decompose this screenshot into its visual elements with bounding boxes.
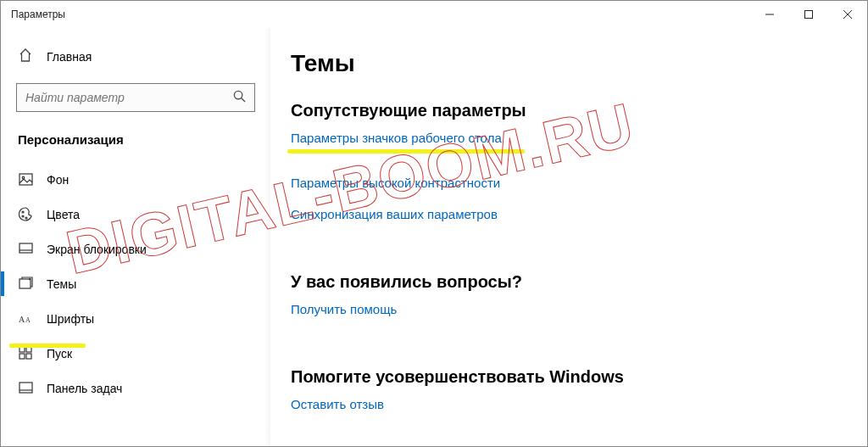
picture-icon bbox=[18, 172, 33, 187]
sidebar-item-fonts[interactable]: AA Шрифты bbox=[1, 301, 270, 336]
link-desktop-icons[interactable]: Параметры значков рабочего стола bbox=[291, 131, 502, 145]
window-controls bbox=[750, 1, 867, 28]
svg-rect-1 bbox=[805, 11, 813, 19]
content-area: Темы Сопутствующие параметры Параметры з… bbox=[270, 28, 867, 446]
sidebar-item-label: Темы bbox=[47, 277, 76, 291]
svg-point-7 bbox=[22, 176, 25, 179]
minimize-button[interactable] bbox=[750, 1, 789, 28]
svg-point-4 bbox=[234, 91, 242, 98]
taskbar-icon bbox=[18, 381, 33, 395]
sidebar-item-start[interactable]: Пуск bbox=[1, 336, 270, 371]
search-icon bbox=[233, 90, 246, 105]
svg-text:A: A bbox=[25, 316, 31, 324]
svg-rect-19 bbox=[26, 354, 31, 359]
titlebar: Параметры bbox=[1, 1, 867, 28]
sidebar-home-label: Главная bbox=[47, 50, 92, 64]
sidebar-item-taskbar[interactable]: Панель задач bbox=[1, 371, 270, 405]
svg-rect-11 bbox=[19, 243, 32, 253]
svg-text:A: A bbox=[19, 315, 25, 324]
svg-point-8 bbox=[22, 211, 24, 213]
improve-heading: Помогите усовершенствовать Windows bbox=[291, 367, 847, 387]
sidebar-item-label: Экран блокировки bbox=[47, 243, 147, 256]
sidebar-item-lockscreen[interactable]: Экран блокировки bbox=[1, 232, 270, 266]
sidebar-item-home[interactable]: Главная bbox=[1, 40, 270, 73]
sidebar-item-label: Фон bbox=[47, 173, 69, 187]
sidebar-item-themes[interactable]: Темы bbox=[1, 266, 270, 301]
sidebar-item-label: Пуск bbox=[47, 347, 72, 360]
highlight-annotation bbox=[9, 344, 86, 348]
highlight-annotation bbox=[287, 149, 525, 154]
sidebar-item-label: Шрифты bbox=[47, 312, 94, 326]
window-title: Параметры bbox=[11, 8, 65, 20]
sidebar-item-colors[interactable]: Цвета bbox=[1, 197, 270, 232]
link-sync-settings[interactable]: Синхронизация ваших параметров bbox=[291, 207, 498, 221]
themes-icon bbox=[18, 277, 33, 291]
svg-rect-13 bbox=[19, 279, 31, 288]
close-button[interactable] bbox=[828, 1, 867, 28]
sidebar-item-label: Цвета bbox=[47, 208, 80, 221]
svg-rect-18 bbox=[19, 354, 25, 359]
svg-line-5 bbox=[242, 98, 245, 102]
home-icon bbox=[18, 48, 33, 64]
sidebar: Главная Персонализация Фон Цвета Э bbox=[1, 28, 270, 446]
svg-rect-20 bbox=[19, 383, 32, 393]
related-settings-heading: Сопутствующие параметры bbox=[291, 101, 847, 120]
palette-icon bbox=[18, 207, 33, 221]
svg-point-9 bbox=[22, 215, 24, 217]
link-feedback[interactable]: Оставить отзыв bbox=[291, 397, 384, 411]
svg-point-10 bbox=[25, 217, 27, 219]
fonts-icon: AA bbox=[18, 311, 33, 326]
questions-heading: У вас появились вопросы? bbox=[291, 272, 847, 292]
svg-rect-6 bbox=[19, 174, 32, 185]
search-input[interactable] bbox=[25, 91, 233, 104]
sidebar-section-label: Персонализация bbox=[1, 127, 270, 162]
link-get-help[interactable]: Получить помощь bbox=[291, 302, 397, 316]
window-body: Главная Персонализация Фон Цвета Э bbox=[1, 28, 867, 446]
sidebar-item-label: Панель задач bbox=[47, 382, 122, 395]
maximize-button[interactable] bbox=[789, 1, 828, 28]
search-box[interactable] bbox=[16, 83, 255, 112]
page-title: Темы bbox=[291, 50, 847, 77]
sidebar-item-background[interactable]: Фон bbox=[1, 162, 270, 197]
lockscreen-icon bbox=[18, 242, 33, 256]
start-icon bbox=[18, 346, 33, 360]
link-high-contrast[interactable]: Параметры высокой контрастности bbox=[291, 176, 500, 190]
